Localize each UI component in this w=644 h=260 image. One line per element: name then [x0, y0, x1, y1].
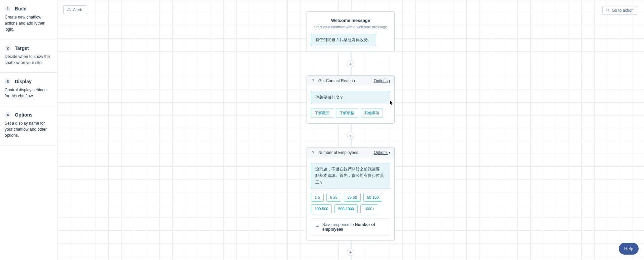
card-title: Number of Employees — [318, 150, 358, 155]
save-response-text: Save response to Number of employees — [322, 222, 386, 232]
chip-option[interactable]: 100-500 — [311, 204, 332, 213]
svg-line-3 — [608, 10, 609, 11]
step-number-badge: 1 — [5, 6, 11, 12]
canvas-area[interactable]: Alerts Go to action Welcome message Star… — [57, 0, 644, 260]
step-number-badge: 2 — [5, 45, 11, 51]
chip-option[interactable]: 1-5 — [311, 193, 324, 202]
step-number-badge: 3 — [5, 78, 11, 85]
connector-line — [351, 52, 351, 60]
node-get-contact-reason[interactable]: ? Get Contact Reason Options ▾ 你想要做什麼？ 了… — [307, 75, 395, 124]
step-header: 1 Build — [5, 6, 52, 12]
chip-option[interactable]: 500-1000 — [334, 204, 358, 213]
chip-option[interactable]: 5-25 — [326, 193, 341, 202]
add-action-button[interactable]: + — [347, 132, 354, 139]
canvas: Alerts Go to action Welcome message Star… — [57, 0, 644, 260]
card-title: Get Contact Reason — [318, 78, 355, 83]
add-action-button[interactable]: + — [347, 249, 354, 256]
save-prefix: Save response to — [322, 222, 355, 227]
node-number-of-employees[interactable]: ? Number of Employees Options ▾ 沒問題，不過在我… — [307, 147, 395, 240]
welcome-card[interactable]: Welcome message Start your chatflow with… — [307, 11, 395, 52]
bubble-wrap: 你想要做什麼？ — [307, 86, 394, 104]
flow-column: Welcome message Start your chatflow with… — [307, 11, 395, 260]
options-dropdown[interactable]: Options ▾ — [374, 78, 390, 83]
goto-label: Go to action — [612, 8, 634, 13]
question-icon: ? — [311, 78, 316, 83]
chevron-down-icon: ▾ — [389, 79, 390, 83]
alerts-label: Alerts — [73, 7, 83, 12]
connector-line — [351, 256, 351, 260]
chip-option[interactable]: 了解價格 — [336, 108, 358, 118]
options-label: Options — [374, 78, 388, 83]
connector-line — [351, 240, 351, 249]
step-title: Options — [15, 112, 33, 118]
options-dropdown[interactable]: Options ▾ — [374, 150, 390, 155]
chip-option[interactable]: 25-50 — [344, 193, 361, 202]
chip-row: 1-5 5-25 25-50 50-100 100-500 500-1000 1… — [307, 189, 394, 219]
card-header-left: ? Get Contact Reason — [311, 78, 355, 83]
options-label: Options — [374, 150, 388, 155]
step-title: Target — [15, 45, 29, 51]
sidebar-step-options[interactable]: 4 Options Set a display name for your ch… — [0, 106, 57, 145]
welcome-title: Welcome message — [311, 18, 390, 23]
svg-point-2 — [607, 9, 609, 11]
app-root: 1 Build Create new chatflow actions and … — [0, 0, 644, 260]
chip-option[interactable]: 其他事項 — [361, 108, 383, 118]
add-action-button[interactable]: + — [347, 60, 354, 67]
step-title: Build — [15, 6, 27, 11]
step-header: 3 Display — [5, 78, 52, 85]
connector-line — [351, 139, 351, 147]
step-description: Control display settings for this chatfl… — [5, 87, 52, 99]
step-number-badge: 4 — [5, 112, 11, 118]
flag-icon — [315, 224, 320, 230]
alerts-button[interactable]: Alerts — [63, 5, 87, 14]
card-header: ? Number of Employees Options ▾ — [307, 148, 394, 158]
welcome-subtitle: Start your chatflow with a welcome messa… — [311, 25, 390, 29]
connector-line — [351, 124, 351, 132]
step-description: Decide when to show the chatflow on your… — [5, 54, 52, 66]
sidebar: 1 Build Create new chatflow actions and … — [0, 0, 57, 260]
step-header: 4 Options — [5, 112, 52, 118]
svg-point-1 — [69, 10, 69, 10]
warning-icon — [67, 7, 71, 12]
chip-option[interactable]: 1000+ — [360, 204, 378, 213]
chip-row: 了解產品 了解價格 其他事項 — [307, 104, 394, 123]
welcome-bubble: 有任何問題？我樂意為你效勞。 — [311, 34, 376, 46]
sidebar-step-build[interactable]: 1 Build Create new chatflow actions and … — [0, 0, 57, 39]
step-description: Create new chatflow actions and add if/t… — [5, 14, 52, 32]
step-header: 2 Target — [5, 45, 52, 51]
card-header-left: ? Number of Employees — [311, 150, 358, 155]
card-header: ? Get Contact Reason Options ▾ — [307, 76, 394, 86]
sidebar-step-target[interactable]: 2 Target Decide when to show the chatflo… — [0, 39, 57, 73]
sidebar-step-display[interactable]: 3 Display Control display settings for t… — [0, 73, 57, 106]
chip-option[interactable]: 50-100 — [363, 193, 382, 202]
go-to-action-button[interactable]: Go to action — [602, 6, 637, 15]
help-button[interactable]: Help — [619, 243, 639, 255]
bubble-wrap: 沒問題，不過在我們開始之前我需要一點基本資訊。首先，貴公司有多少位員工？ — [307, 158, 394, 189]
prompt-bubble: 沒問題，不過在我們開始之前我需要一點基本資訊。首先，貴公司有多少位員工？ — [311, 163, 390, 189]
connector-line — [351, 67, 351, 75]
chip-option[interactable]: 了解產品 — [311, 108, 333, 118]
question-icon: ? — [311, 150, 316, 155]
search-icon — [606, 8, 610, 13]
save-response-row: Save response to Number of employees — [311, 219, 390, 235]
step-description: Set a display name for your chatflow and… — [5, 120, 52, 138]
step-title: Display — [15, 79, 32, 84]
prompt-bubble: 你想要做什麼？ — [311, 91, 390, 104]
chevron-down-icon: ▾ — [389, 151, 390, 154]
